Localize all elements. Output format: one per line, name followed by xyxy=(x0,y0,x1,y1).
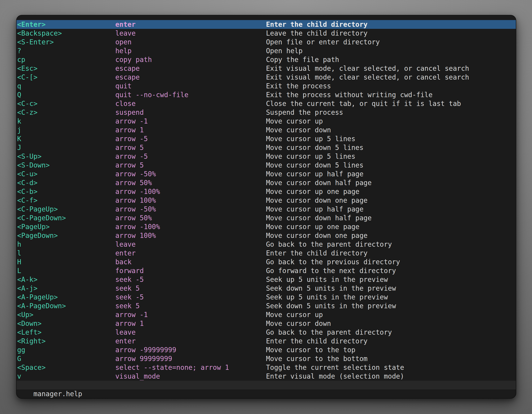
key-cell: <A-j> xyxy=(17,284,115,293)
key-cell: q xyxy=(17,82,115,90)
command-cell: arrow -1 xyxy=(115,310,266,319)
keybinding-row[interactable]: h leave Go back to the parent directory xyxy=(17,240,516,249)
keybinding-row[interactable]: cp copy path Copy the file path xyxy=(17,55,516,64)
description-cell: Move cursor up one page xyxy=(266,187,516,196)
keybinding-row[interactable]: k arrow -1 Move cursor up xyxy=(17,117,516,125)
key-cell: <PageDown> xyxy=(17,231,115,240)
command-cell: arrow 1 xyxy=(115,319,266,328)
description-cell: Seek up 5 units in the preview xyxy=(266,275,516,284)
description-cell: Go forward to the next directory xyxy=(266,266,516,275)
keybinding-row[interactable]: <Space> select --state=none; arrow 1 Tog… xyxy=(17,363,516,372)
keybinding-row[interactable]: L forward Go forward to the next directo… xyxy=(17,266,516,275)
description-cell: Move cursor down 5 lines xyxy=(266,143,516,152)
key-cell: Q xyxy=(17,90,115,99)
keybinding-row[interactable]: Q quit --no-cwd-file Exit the process wi… xyxy=(17,90,516,99)
keybinding-row[interactable]: <PageUp> arrow -100% Move cursor up one … xyxy=(17,222,516,231)
command-cell: escape xyxy=(115,73,266,82)
key-cell: J xyxy=(17,143,115,152)
command-cell: visual_mode xyxy=(115,372,266,381)
key-cell: gg xyxy=(17,346,115,354)
command-cell: arrow -50% xyxy=(115,170,266,178)
description-cell: Move cursor to the bottom xyxy=(266,354,516,363)
key-cell: K xyxy=(17,135,115,143)
command-cell: escape xyxy=(115,64,266,73)
command-cell: help xyxy=(115,47,266,55)
keybinding-row[interactable]: <S-Down> arrow 5 Move cursor down 5 line… xyxy=(17,161,516,170)
keybinding-row[interactable]: K arrow -5 Move cursor up 5 lines xyxy=(17,135,516,143)
command-cell: arrow -5 xyxy=(115,152,266,161)
description-cell: Move cursor up half page xyxy=(266,205,516,213)
description-cell: Move cursor up half page xyxy=(266,170,516,178)
command-cell: arrow 50% xyxy=(115,213,266,222)
key-cell: L xyxy=(17,266,115,275)
keybinding-row[interactable]: J arrow 5 Move cursor down 5 lines xyxy=(17,143,516,152)
key-cell: <PageUp> xyxy=(17,222,115,231)
keybinding-row[interactable]: <C-PageUp> arrow -50% Move cursor up hal… xyxy=(17,205,516,213)
key-cell: <Esc> xyxy=(17,64,115,73)
description-cell: Exit visual mode, clear selected, or can… xyxy=(266,73,516,82)
command-cell: open xyxy=(115,38,266,47)
description-cell: Open file or enter directory xyxy=(266,38,516,47)
command-cell: seek 5 xyxy=(115,301,266,310)
command-cell: leave xyxy=(115,328,266,337)
keybinding-row[interactable]: <Up> arrow -1 Move cursor up xyxy=(17,310,516,319)
description-cell: Suspend the process xyxy=(266,108,516,117)
key-cell: <C-u> xyxy=(17,170,115,178)
command-cell: arrow 100% xyxy=(115,196,266,205)
keybinding-row[interactable]: ? help Open help xyxy=(17,47,516,55)
keybinding-row[interactable]: <Down> arrow 1 Move cursor down xyxy=(17,319,516,328)
keybinding-row[interactable]: <C-b> arrow -100% Move cursor up one pag… xyxy=(17,187,516,196)
keybinding-row[interactable]: H back Go back to the previous directory xyxy=(17,258,516,266)
keybinding-row[interactable]: <C-[> escape Exit visual mode, clear sel… xyxy=(17,73,516,82)
keybinding-row[interactable]: <C-d> arrow 50% Move cursor down half pa… xyxy=(17,178,516,187)
description-cell: Enter the child directory xyxy=(266,20,516,29)
terminal-window[interactable]: <Enter> enter Enter the child directory … xyxy=(16,15,516,399)
keybinding-row[interactable]: <S-Enter> open Open file or enter direct… xyxy=(17,38,516,47)
keybinding-row[interactable]: <A-PageDown> seek 5 Seek down 5 units in… xyxy=(17,301,516,310)
keybinding-row[interactable]: G arrow 99999999 Move cursor to the bott… xyxy=(17,354,516,363)
keybinding-row[interactable]: <Esc> escape Exit visual mode, clear sel… xyxy=(17,64,516,73)
keybinding-row[interactable]: <A-PageUp> seek -5 Seek up 5 units in th… xyxy=(17,293,516,301)
key-cell: v xyxy=(17,372,115,381)
command-cell: arrow 99999999 xyxy=(115,354,266,363)
keybinding-row[interactable]: <S-Up> arrow -5 Move cursor up 5 lines xyxy=(17,152,516,161)
key-cell: <S-Up> xyxy=(17,152,115,161)
command-cell: leave xyxy=(115,240,266,249)
keybinding-row[interactable]: <A-j> seek 5 Seek down 5 units in the pr… xyxy=(17,284,516,293)
description-cell: Exit visual mode, clear selected, or can… xyxy=(266,64,516,73)
key-cell: <Left> xyxy=(17,328,115,337)
command-cell: back xyxy=(115,258,266,266)
keybinding-row[interactable]: <Backspace> leave Leave the child direct… xyxy=(17,29,516,38)
keybinding-row[interactable]: <A-k> seek -5 Seek up 5 units in the pre… xyxy=(17,275,516,284)
description-cell: Enter visual mode (selection mode) xyxy=(266,372,516,381)
keybinding-row[interactable]: <Left> leave Go back to the parent direc… xyxy=(17,328,516,337)
description-cell: Move cursor to the top xyxy=(266,346,516,354)
keybinding-row[interactable]: v visual_mode Enter visual mode (selecti… xyxy=(17,372,516,381)
description-cell: Seek down 5 units in the preview xyxy=(266,301,516,310)
keybinding-row[interactable]: <C-z> suspend Suspend the process xyxy=(17,108,516,117)
keybinding-row[interactable]: <C-PageDown> arrow 50% Move cursor down … xyxy=(17,213,516,222)
description-cell: Exit the process xyxy=(266,82,516,90)
command-cell: seek -5 xyxy=(115,275,266,284)
keybinding-row[interactable]: <Enter> enter Enter the child directory xyxy=(17,20,516,29)
keybinding-row[interactable]: <C-u> arrow -50% Move cursor up half pag… xyxy=(17,170,516,178)
description-cell: Move cursor down one page xyxy=(266,196,516,205)
key-cell: <C-[> xyxy=(17,73,115,82)
command-cell: enter xyxy=(115,20,266,29)
keybinding-row[interactable]: <C-c> close Close the current tab, or qu… xyxy=(17,99,516,108)
description-cell: Go back to the parent directory xyxy=(266,240,516,249)
command-cell: close xyxy=(115,99,266,108)
description-cell: Move cursor up 5 lines xyxy=(266,152,516,161)
keybinding-row[interactable]: q quit Exit the process xyxy=(17,82,516,90)
keybinding-row[interactable]: gg arrow -99999999 Move cursor to the to… xyxy=(17,346,516,354)
command-cell: quit --no-cwd-file xyxy=(115,90,266,99)
keybinding-row[interactable]: <PageDown> arrow 100% Move cursor down o… xyxy=(17,231,516,240)
description-cell: Move cursor down xyxy=(266,125,516,135)
keybinding-row[interactable]: j arrow 1 Move cursor down xyxy=(17,125,516,135)
command-cell: select --state=none; arrow 1 xyxy=(115,363,266,372)
command-cell: arrow -100% xyxy=(115,222,266,231)
key-cell: <Space> xyxy=(17,363,115,372)
keybinding-row[interactable]: <Right> enter Enter the child directory xyxy=(17,337,516,346)
keybinding-row[interactable]: <C-f> arrow 100% Move cursor down one pa… xyxy=(17,196,516,205)
keybinding-row[interactable]: l enter Enter the child directory xyxy=(17,249,516,258)
